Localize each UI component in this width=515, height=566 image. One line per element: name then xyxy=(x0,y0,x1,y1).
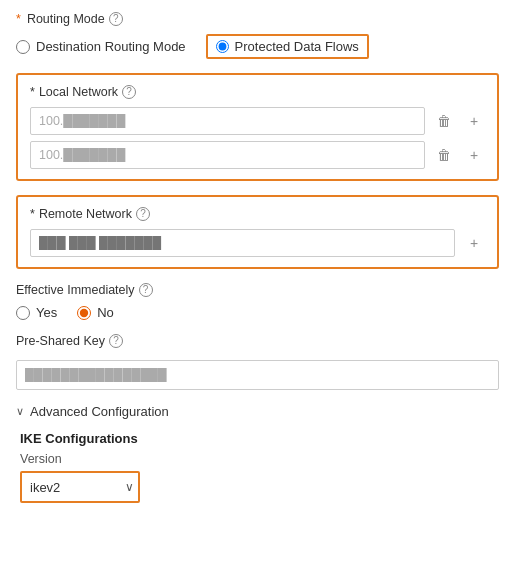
ike-version-label: Version xyxy=(20,452,499,466)
effective-no-radio[interactable] xyxy=(77,306,91,320)
local-network-label: * Local Network ? xyxy=(30,85,485,99)
ike-configurations-title: IKE Configurations xyxy=(20,431,499,446)
ike-configurations-section: IKE Configurations Version ikev2 ikev1 ∨ xyxy=(16,431,499,503)
remote-network-input-1[interactable] xyxy=(30,229,455,257)
local-network-help-icon[interactable]: ? xyxy=(122,85,136,99)
local-network-delete-2[interactable]: 🗑 xyxy=(433,144,455,166)
local-network-delete-1[interactable]: 🗑 xyxy=(433,110,455,132)
routing-mode-radio-group: Destination Routing Mode Protected Data … xyxy=(16,34,499,59)
effective-yes-radio[interactable] xyxy=(16,306,30,320)
effective-immediately-label: Effective Immediately ? xyxy=(16,283,499,297)
destination-routing-option[interactable]: Destination Routing Mode xyxy=(16,39,186,54)
local-network-add-2[interactable]: + xyxy=(463,144,485,166)
protected-data-flows-radio[interactable] xyxy=(216,40,229,53)
effective-no-option[interactable]: No xyxy=(77,305,114,320)
local-network-row-1: 🗑 + xyxy=(30,107,485,135)
advanced-configuration-section: ∨ Advanced Configuration IKE Configurati… xyxy=(16,404,499,503)
local-network-input-1[interactable] xyxy=(30,107,425,135)
preshared-key-input[interactable] xyxy=(16,360,499,390)
remote-network-row-1: + xyxy=(30,229,485,257)
remote-network-section: * Remote Network ? + xyxy=(16,195,499,269)
destination-routing-radio[interactable] xyxy=(16,40,30,54)
effective-radio-group: Yes No xyxy=(16,305,499,320)
remote-network-label: * Remote Network ? xyxy=(30,207,485,221)
routing-mode-help-icon[interactable]: ? xyxy=(109,12,123,26)
remote-network-add-1[interactable]: + xyxy=(463,232,485,254)
preshared-key-help-icon[interactable]: ? xyxy=(109,334,123,348)
routing-mode-label: * Routing Mode ? xyxy=(16,12,499,26)
local-network-add-1[interactable]: + xyxy=(463,110,485,132)
effective-immediately-section: Effective Immediately ? Yes No xyxy=(16,283,499,320)
effective-immediately-help-icon[interactable]: ? xyxy=(139,283,153,297)
preshared-key-section: Pre-Shared Key ? xyxy=(16,334,499,390)
protected-data-flows-option-box: Protected Data Flows xyxy=(206,34,369,59)
local-network-input-2[interactable] xyxy=(30,141,425,169)
routing-mode-section: * Routing Mode ? Destination Routing Mod… xyxy=(16,12,499,59)
preshared-key-label: Pre-Shared Key ? xyxy=(16,334,499,348)
ike-version-select-wrapper: ikev2 ikev1 ∨ xyxy=(20,471,140,503)
effective-yes-option[interactable]: Yes xyxy=(16,305,57,320)
remote-network-help-icon[interactable]: ? xyxy=(136,207,150,221)
local-network-row-2: 🗑 + xyxy=(30,141,485,169)
local-network-section: * Local Network ? 🗑 + 🗑 + xyxy=(16,73,499,181)
ike-version-select[interactable]: ikev2 ikev1 xyxy=(20,471,140,503)
advanced-chevron-icon: ∨ xyxy=(16,405,24,418)
advanced-configuration-toggle[interactable]: ∨ Advanced Configuration xyxy=(16,404,499,419)
